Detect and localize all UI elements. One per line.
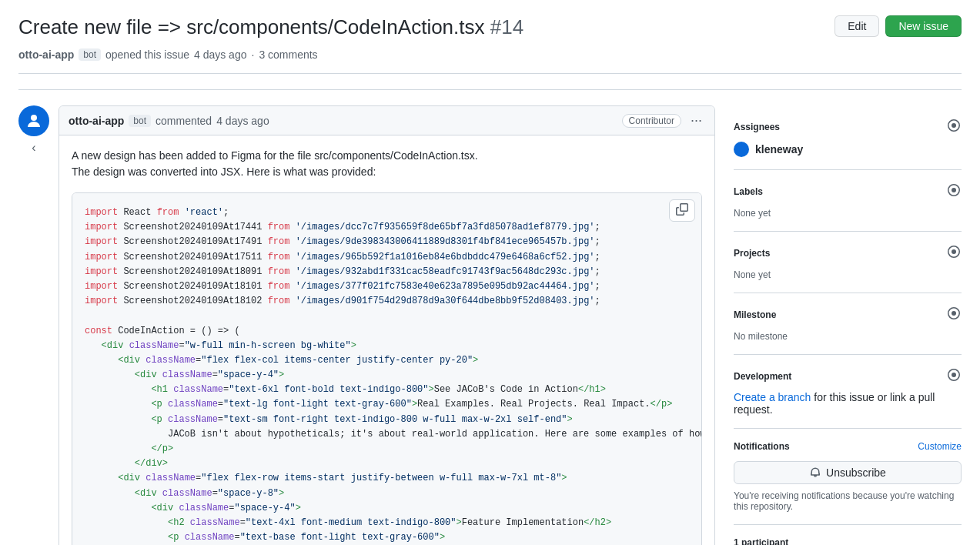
issue-action: opened this issue xyxy=(105,48,189,61)
more-options-button[interactable]: ··· xyxy=(687,112,705,129)
code-line-4: import Screenshot20240109At17511 from '/… xyxy=(85,250,689,265)
comment-header-left: otto-ai-app bot commented 4 days ago xyxy=(69,115,269,127)
code-line-blank xyxy=(85,309,689,323)
code-line-jsx6: <p className="text-sm font-right text-in… xyxy=(85,413,689,427)
milestone-header: Milestone xyxy=(734,306,962,323)
assignees-title: Assignees xyxy=(734,122,780,132)
labels-gear-button[interactable] xyxy=(946,182,962,200)
comment-line1: A new design has been added to Figma for… xyxy=(72,148,702,164)
comment-line2: The design was converted into JSX. Here … xyxy=(72,164,702,180)
code-line-const: const CodeInAction = () => ( xyxy=(85,324,689,339)
sidebar-development: Development Create a branch for this iss… xyxy=(734,355,962,429)
assignees-gear-button[interactable] xyxy=(946,118,962,135)
code-line-7: import Screenshot20240109At18102 from '/… xyxy=(85,294,689,309)
labels-header: Labels xyxy=(734,182,962,200)
issue-header: Create new file => src/components/CodeIn… xyxy=(18,15,962,39)
participants-title: 1 participant xyxy=(734,537,962,545)
sidebar-assignees: Assignees kleneway xyxy=(734,105,962,170)
code-line-jsx7: JACoB isn't about hypotheticals; it's ab… xyxy=(85,427,689,442)
comment-count: 3 comments xyxy=(259,48,317,61)
code-line-jsx13: <h2 className="text-4xl font-medium text… xyxy=(85,516,689,530)
code-line-jsx3: <div className="space-y-4"> xyxy=(85,368,689,383)
assignees-header: Assignees xyxy=(734,118,962,135)
collapse-button[interactable]: ‹ xyxy=(28,139,38,156)
sidebar: Assignees kleneway Labels xyxy=(734,105,962,545)
milestone-value: No milestone xyxy=(734,331,788,342)
new-issue-button[interactable]: New issue xyxy=(885,15,962,37)
code-block: import React from 'react'; import Screen… xyxy=(72,192,702,545)
milestone-gear-button[interactable] xyxy=(946,306,962,323)
issue-number: #14 xyxy=(490,15,523,38)
copy-code-button[interactable] xyxy=(669,199,695,222)
projects-header: Projects xyxy=(734,244,962,262)
unsubscribe-label: Unsubscribe xyxy=(826,466,886,479)
development-header: Development xyxy=(734,367,962,385)
comment-container: ‹ otto-ai-app bot commented 4 days ago C… xyxy=(18,105,715,545)
contributor-badge: Contributor xyxy=(622,114,681,128)
development-text: Create a branch for this issue or link a… xyxy=(734,391,935,416)
code-line-jsx10: <div className="flex flex-row items-star… xyxy=(85,471,689,486)
notifications-title: Notifications xyxy=(734,441,790,452)
notification-description: You're receiving notifications because y… xyxy=(734,490,962,512)
code-line-jsx9: </div> xyxy=(85,456,689,471)
issue-title-text: Create new file => src/components/CodeIn… xyxy=(18,15,485,38)
assignee-item: kleneway xyxy=(734,142,962,157)
create-branch-link[interactable]: Create a branch xyxy=(734,391,811,403)
code-line-5: import Screenshot20240109At18091 from '/… xyxy=(85,265,689,279)
projects-gear-button[interactable] xyxy=(946,244,962,262)
code-line-jsx4: <h1 className="text-6xl font-bold text-i… xyxy=(85,383,689,397)
unsubscribe-button[interactable]: Unsubscribe xyxy=(734,461,962,484)
comment-text: A new design has been added to Figma for… xyxy=(72,148,702,180)
comment-action: commented xyxy=(156,115,212,127)
projects-title: Projects xyxy=(734,248,770,259)
labels-title: Labels xyxy=(734,186,763,197)
code-line-jsx12: <div className="space-y-4"> xyxy=(85,501,689,516)
code-line-jsx8: </p> xyxy=(85,442,689,456)
customize-link[interactable]: Customize xyxy=(918,441,962,452)
author-badge: bot xyxy=(79,48,101,61)
assignee-name: kleneway xyxy=(755,143,803,155)
notifications-header: Notifications Customize xyxy=(734,441,962,452)
code-line-1: import React from 'react'; xyxy=(85,206,689,220)
content-area: ‹ otto-ai-app bot commented 4 days ago C… xyxy=(18,105,715,545)
code-line-jsx2: <div className="flex flex-col items-cent… xyxy=(85,353,689,368)
projects-value: None yet xyxy=(734,269,771,280)
comment-header: otto-ai-app bot commented 4 days ago Con… xyxy=(59,106,714,135)
sidebar-participants: 1 participant xyxy=(734,525,962,545)
comment-box: otto-ai-app bot commented 4 days ago Con… xyxy=(59,105,715,545)
comment-header-right: Contributor ··· xyxy=(622,112,705,129)
development-title: Development xyxy=(734,371,791,382)
development-gear-button[interactable] xyxy=(946,367,962,385)
comment-body: A new design has been added to Figma for… xyxy=(59,135,714,545)
code-line-2: import Screenshot20240109At17441 from '/… xyxy=(85,220,689,235)
code-line-3: import Screenshot20240109At17491 from '/… xyxy=(85,235,689,249)
avatar xyxy=(18,105,49,136)
comment-author: otto-ai-app xyxy=(69,115,124,127)
code-line-jsx1: <div className="w-full min-h-screen bg-w… xyxy=(85,339,689,353)
issue-meta: otto-ai-app bot opened this issue 4 days… xyxy=(18,48,962,74)
comment-author-badge: bot xyxy=(129,115,151,127)
issue-time: 4 days ago xyxy=(194,48,247,61)
code-line-jsx14: <p className="text-base font-light text-… xyxy=(85,530,689,545)
code-line-jsx5: <p className="text-lg font-light text-gr… xyxy=(85,397,689,412)
sidebar-notifications: Notifications Customize Unsubscribe You'… xyxy=(734,429,962,525)
edit-button[interactable]: Edit xyxy=(835,15,879,37)
svg-point-0 xyxy=(31,115,37,121)
code-line-jsx11: <div className="space-y-8"> xyxy=(85,486,689,501)
labels-value: None yet xyxy=(734,208,771,219)
header-actions: Edit New issue xyxy=(835,15,962,37)
sidebar-labels: Labels None yet xyxy=(734,170,962,232)
header-divider xyxy=(18,89,962,90)
assignee-avatar xyxy=(734,142,749,157)
issue-author: otto-ai-app xyxy=(18,48,74,61)
milestone-title: Milestone xyxy=(734,309,776,320)
comment-time: 4 days ago xyxy=(216,115,269,127)
code-line-6: import Screenshot20240109At18101 from '/… xyxy=(85,279,689,294)
sidebar-milestone: Milestone No milestone xyxy=(734,293,962,355)
main-layout: ‹ otto-ai-app bot commented 4 days ago C… xyxy=(18,105,962,545)
sidebar-projects: Projects None yet xyxy=(734,232,962,293)
issue-title: Create new file => src/components/CodeIn… xyxy=(18,15,822,39)
